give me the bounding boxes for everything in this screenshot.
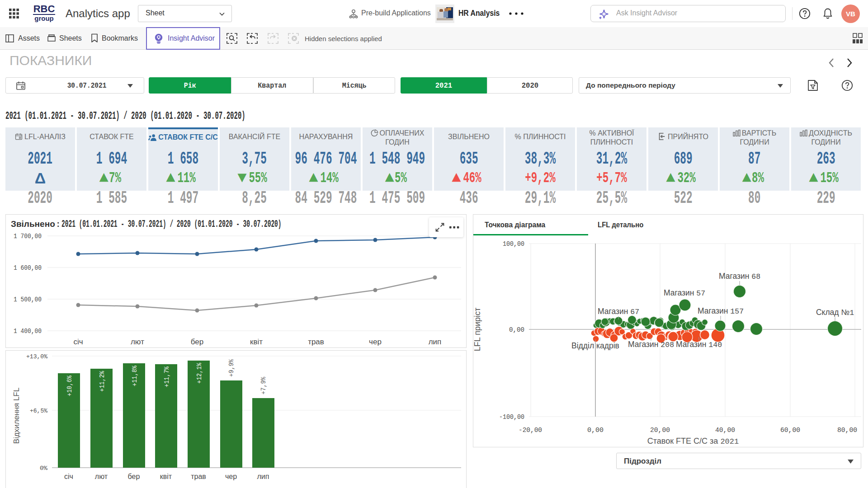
svg-text:0%: 0% bbox=[40, 465, 48, 472]
svg-text:трав: трав bbox=[308, 338, 324, 346]
svg-text:+12,1%: +12,1% bbox=[196, 362, 203, 384]
svg-text:лют: лют bbox=[131, 338, 144, 346]
svg-text:LFL приріст: LFL приріст bbox=[473, 308, 482, 351]
svg-text:+13,0%: +13,0% bbox=[26, 353, 48, 360]
svg-text:+11,8%: +11,8% bbox=[131, 365, 139, 386]
svg-text:Склад №1: Склад №1 bbox=[816, 308, 854, 317]
svg-text:січ: січ bbox=[64, 473, 73, 480]
svg-text:1 500,00: 1 500,00 bbox=[14, 296, 42, 304]
svg-text:Магазин 140: Магазин 140 bbox=[676, 340, 722, 349]
svg-text:Магазин 57: Магазин 57 bbox=[664, 288, 705, 298]
svg-text:Відхилення LFL: Відхилення LFL bbox=[12, 388, 21, 444]
svg-text:Ставок FTE C/C за 2021: Ставок FTE C/C за 2021 bbox=[647, 436, 739, 446]
svg-text:лип: лип bbox=[429, 338, 442, 346]
svg-text:40,00: 40,00 bbox=[715, 426, 735, 434]
svg-text:-20,00: -20,00 bbox=[519, 426, 542, 434]
svg-text:Магазин 157: Магазин 157 bbox=[698, 306, 744, 316]
svg-text:1 400,00: 1 400,00 bbox=[14, 327, 42, 335]
svg-text:20,00: 20,00 bbox=[650, 426, 670, 434]
svg-text:Магазин 67: Магазин 67 bbox=[598, 307, 639, 316]
svg-text:трав: трав bbox=[191, 473, 206, 480]
svg-text:лют: лют bbox=[95, 473, 108, 480]
svg-text:+9,9%: +9,9% bbox=[228, 359, 236, 377]
svg-text:чер: чер bbox=[369, 338, 382, 346]
svg-text:бер: бер bbox=[128, 473, 140, 480]
svg-text:0,00: 0,00 bbox=[587, 426, 604, 434]
svg-text:0,00: 0,00 bbox=[509, 326, 524, 334]
svg-text:лип: лип bbox=[257, 473, 269, 480]
svg-text:1 600,00: 1 600,00 bbox=[14, 264, 42, 272]
svg-text:60,00: 60,00 bbox=[780, 426, 800, 434]
svg-text:квіт: квіт bbox=[160, 473, 172, 480]
svg-text:бер: бер bbox=[191, 338, 203, 346]
svg-text:100,00: 100,00 bbox=[503, 240, 524, 248]
svg-text:-100,00: -100,00 bbox=[499, 413, 524, 421]
svg-text:1 700,00: 1 700,00 bbox=[14, 232, 42, 240]
svg-text:+6,5%: +6,5% bbox=[30, 408, 48, 414]
svg-text:80,00: 80,00 bbox=[837, 426, 857, 434]
svg-text:+7,9%: +7,9% bbox=[260, 376, 268, 394]
svg-text:+10,6%: +10,6% bbox=[66, 375, 74, 396]
svg-text:Відділ кадрів: Відділ кадрів bbox=[571, 341, 619, 350]
svg-text:+11,7%: +11,7% bbox=[163, 366, 171, 387]
svg-text:Магазин 208: Магазин 208 bbox=[628, 340, 674, 349]
svg-text:квіт: квіт bbox=[250, 338, 263, 346]
svg-text:+11,2%: +11,2% bbox=[99, 371, 106, 392]
svg-text:січ: січ bbox=[73, 338, 83, 346]
svg-text:Магазин 68: Магазин 68 bbox=[719, 272, 760, 281]
svg-text:чер: чер bbox=[225, 473, 237, 480]
